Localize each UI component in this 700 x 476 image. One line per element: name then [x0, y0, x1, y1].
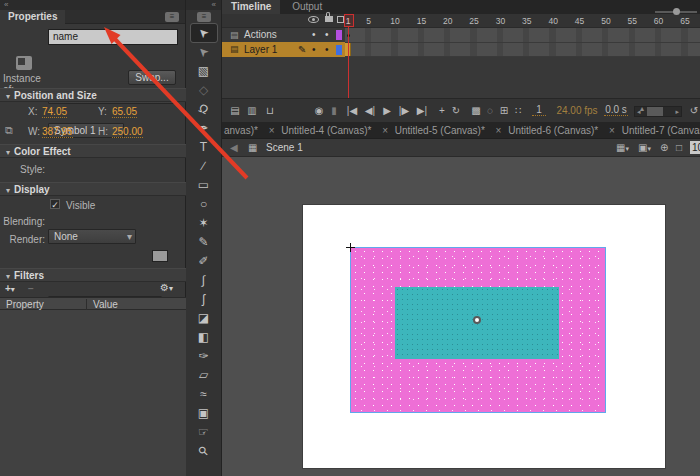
delete-layer-button[interactable]: ⊔ — [263, 104, 277, 118]
stage-pasteboard[interactable] — [222, 157, 700, 476]
add-filter-button[interactable]: +▾ — [5, 283, 15, 294]
tool-width[interactable]: ≈ — [191, 385, 217, 403]
close-tab-icon[interactable]: × — [269, 125, 275, 136]
layer-name[interactable]: Actions — [244, 29, 277, 40]
tool-subselection[interactable]: ➤ — [191, 43, 217, 61]
new-folder-button[interactable]: ▥ — [245, 104, 259, 118]
panel-menu-icon[interactable]: ≡ — [165, 12, 179, 22]
tool-paint-bucket[interactable]: ◪ — [191, 309, 217, 327]
lock-column-icon[interactable] — [325, 16, 333, 22]
pink-rectangle-shape[interactable] — [350, 247, 606, 413]
collapse-panel-icon[interactable]: « — [212, 0, 217, 9]
document-tab[interactable]: Untitled-7 (Canvas)* — [622, 125, 700, 136]
style-dropdown[interactable]: None ▾ — [48, 229, 136, 244]
layer-row-actions[interactable]: ▤ Actions • • — [222, 28, 345, 42]
stage-canvas[interactable] — [303, 205, 665, 468]
tool-free-transform[interactable]: ▧ — [191, 62, 217, 80]
document-tab-partial[interactable]: anvas)* — [224, 125, 258, 136]
tool-gradient-transform[interactable]: ◇ — [191, 81, 217, 99]
tool-oval[interactable]: ○ — [191, 195, 217, 213]
tab-properties[interactable]: Properties — [0, 10, 65, 24]
layer-visible-dot[interactable]: • — [312, 44, 316, 55]
new-layer-button[interactable]: ▤ — [228, 104, 242, 118]
center-frame-button[interactable]: + — [436, 104, 448, 118]
tool-eyedropper[interactable]: ✑ — [191, 347, 217, 365]
scroll-right-icon[interactable]: ▸ — [675, 107, 679, 116]
loop-button[interactable]: ↻ — [450, 104, 462, 118]
tool-text[interactable]: T — [191, 138, 217, 156]
edit-scene-button[interactable]: ▦▾ — [616, 142, 629, 153]
tool-ink-bottle[interactable]: ◧ — [191, 328, 217, 346]
tool-rectangle[interactable]: ▭ — [191, 176, 217, 194]
step-forward-button[interactable]: |▶ — [396, 104, 412, 118]
document-tab[interactable]: Untitled-4 (Canvas)* — [281, 125, 371, 136]
w-value[interactable]: 387.95 — [42, 126, 73, 138]
tool-lasso[interactable]: Ω — [191, 100, 217, 118]
tool-camera[interactable]: ▣ — [191, 404, 217, 422]
timeline-zoom-slider[interactable] — [655, 11, 697, 13]
onion-skin-outlines-button[interactable]: ◌ — [484, 104, 496, 118]
tool-pen[interactable]: ✒ — [191, 119, 217, 137]
show-hide-column-icon[interactable] — [308, 16, 319, 23]
tab-timeline[interactable]: Timeline — [222, 0, 280, 14]
reset-timeline-zoom-button[interactable]: ↺ — [688, 104, 700, 118]
tools-menu-icon[interactable]: ≡ — [197, 12, 211, 22]
frame-rate-field[interactable]: 24.00 fps — [554, 104, 600, 118]
go-to-last-frame-button[interactable]: ▶| — [414, 104, 430, 118]
tool-pencil[interactable]: ✎ — [191, 233, 217, 251]
go-to-first-frame-button[interactable]: |◀ — [344, 104, 360, 118]
frame-ruler[interactable]: 1 5 10 15 20 25 30 35 40 45 50 55 60 65 — [345, 14, 700, 28]
playhead-frame-marker[interactable] — [344, 14, 354, 27]
tool-zoom[interactable]: ⚲ — [191, 442, 217, 460]
link-width-height-icon[interactable]: ⧉ — [5, 124, 13, 137]
properties-collapse-strip[interactable]: « — [0, 0, 185, 10]
section-color-effect[interactable]: ▾Color Effect — [0, 144, 186, 158]
layer-visible-dot[interactable]: • — [312, 29, 316, 40]
collapse-panel-icon[interactable]: « — [4, 0, 9, 9]
section-position-and-size[interactable]: ▾Position and Size — [0, 88, 186, 102]
document-tab[interactable]: Untitled-5 (Canvas)* — [395, 125, 485, 136]
visible-checkbox[interactable]: ✓ — [50, 199, 60, 209]
close-tab-icon[interactable]: × — [382, 125, 388, 136]
clip-content-button[interactable]: □ — [676, 142, 682, 153]
close-tab-icon[interactable]: × — [496, 125, 502, 136]
edit-multiple-frames-button[interactable]: ⊞ — [498, 104, 510, 118]
layer-row-layer1[interactable]: ▤ Layer 1 ✎ • • — [222, 42, 345, 57]
x-value[interactable]: 74.05 — [42, 106, 67, 118]
edit-symbols-button[interactable]: ▣▾ — [638, 142, 651, 153]
onion-skin-button[interactable]: ▩ — [470, 104, 482, 118]
section-display[interactable]: ▾Display — [0, 182, 186, 196]
tools-collapse-strip[interactable]: « — [186, 0, 221, 10]
zoom-slider-knob[interactable] — [673, 8, 680, 15]
section-filters[interactable]: ▾Filters — [0, 268, 186, 282]
tool-eraser[interactable]: ▱ — [191, 366, 217, 384]
add-camera-button[interactable]: ◉ — [312, 104, 326, 118]
document-tab[interactable]: Untitled-6 (Canvas)* — [508, 125, 598, 136]
close-tab-icon[interactable]: × — [609, 125, 615, 136]
tool-selection[interactable]: ➤ — [191, 24, 217, 42]
step-back-button[interactable]: ◀| — [362, 104, 378, 118]
current-frame-field[interactable]: 1 — [532, 104, 546, 116]
tool-brush[interactable]: ✐ — [191, 252, 217, 270]
filter-options-button[interactable]: ⚙▾ — [160, 282, 173, 293]
swap-button[interactable]: Swap... — [128, 70, 176, 85]
tool-paint-brush[interactable]: ∫ — [191, 271, 217, 289]
stage-zoom-input[interactable]: 100 — [690, 141, 700, 154]
modify-markers-button[interactable]: ∷ — [512, 104, 524, 118]
play-button[interactable]: ▶ — [380, 104, 394, 118]
playhead-line[interactable] — [348, 27, 349, 103]
tab-output[interactable]: Output — [283, 0, 331, 14]
timeline-zoom-out-icon[interactable]: ▴ — [640, 104, 644, 113]
tool-line[interactable]: ∕ — [191, 157, 217, 175]
teal-rectangle-shape[interactable] — [395, 287, 559, 359]
y-value[interactable]: 65.05 — [112, 106, 137, 118]
remove-filter-button[interactable]: − — [28, 283, 34, 294]
transformation-point-icon[interactable] — [473, 316, 481, 324]
elapsed-time-field[interactable]: 0.0 s — [604, 104, 628, 116]
tool-bone[interactable]: ʃ — [191, 290, 217, 308]
layer-name[interactable]: Layer 1 — [244, 44, 277, 55]
tool-hand[interactable]: ☞ — [191, 423, 217, 441]
instance-name-input[interactable]: name — [48, 29, 178, 45]
tool-polystar[interactable]: ✶ — [191, 214, 217, 232]
h-value[interactable]: 250.00 — [112, 126, 143, 138]
